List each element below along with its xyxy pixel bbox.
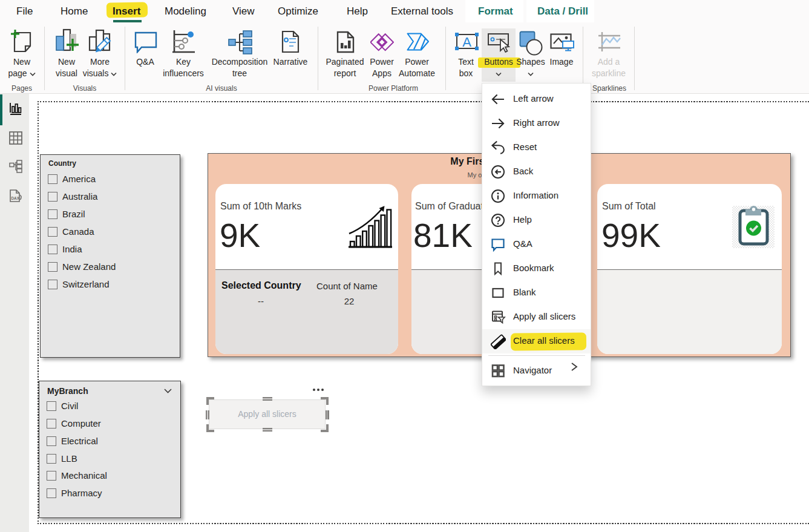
svg-text:A: A — [462, 34, 471, 50]
svg-text:DAX: DAX — [11, 196, 20, 200]
